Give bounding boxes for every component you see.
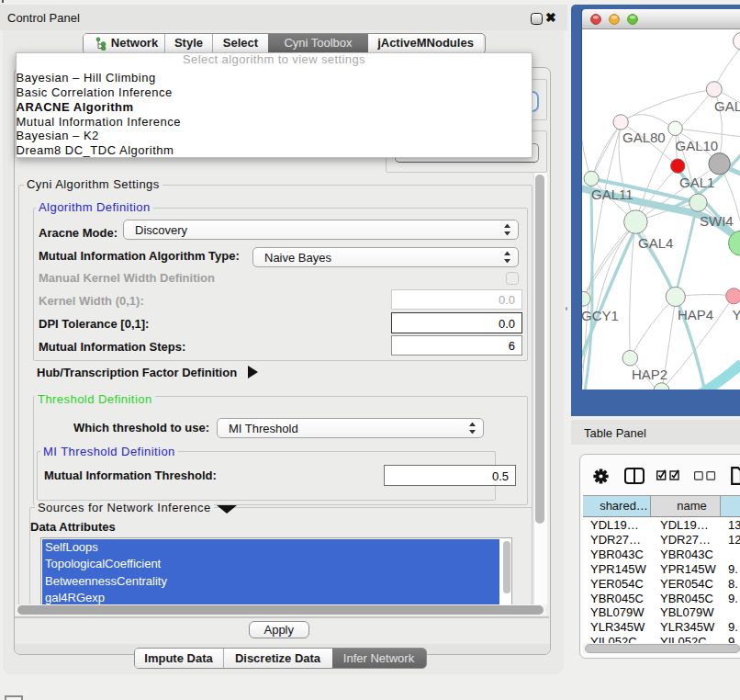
svg-text:GCY1: GCY1 <box>582 307 619 322</box>
svg-text:HAP2: HAP2 <box>632 366 667 381</box>
svg-text:GAL11: GAL11 <box>591 186 633 201</box>
svg-text:GAL80: GAL80 <box>622 129 666 144</box>
svg-text:GAL4: GAL4 <box>638 234 673 250</box>
svg-text:HAP4: HAP4 <box>678 306 713 322</box>
svg-text:GAL10: GAL10 <box>676 137 719 152</box>
svg-text:Y: Y <box>733 306 740 322</box>
svg-text:GAL2: GAL2 <box>714 98 740 114</box>
svg-text:GAL1: GAL1 <box>679 174 714 189</box>
svg-text:SWI4: SWI4 <box>700 212 734 228</box>
